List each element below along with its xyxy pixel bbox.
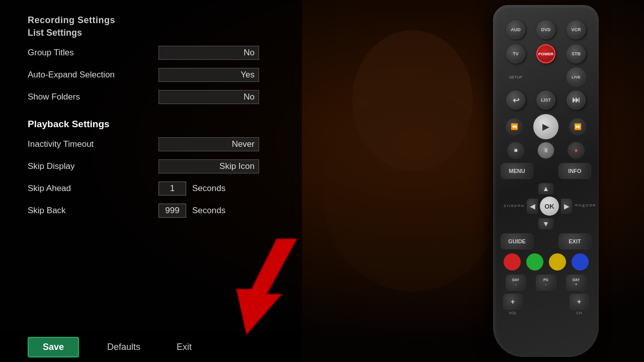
spacer-mid: [541, 294, 551, 315]
guide-button[interactable]: GUIDE: [501, 233, 533, 249]
nav-lr-ok: ◀ OK ▶: [527, 197, 572, 216]
menu-button[interactable]: MENU: [501, 163, 533, 179]
vol-plus-button[interactable]: +: [503, 294, 522, 310]
ch-label: CH: [576, 311, 582, 315]
skip-display-label: Skip Display: [28, 161, 158, 171]
live-button[interactable]: LIVE: [567, 67, 586, 86]
day-minus-button[interactable]: DAY-: [506, 275, 526, 291]
info-button[interactable]: INFO: [558, 163, 591, 179]
recording-settings-header: Recording Settings: [28, 15, 287, 26]
green-button[interactable]: [526, 253, 543, 270]
skip-display-row: Skip Display Skip Icon: [28, 157, 287, 176]
nav-down-button[interactable]: ▼: [538, 218, 553, 229]
inactivity-timeout-row: Inactivity Timeout Never: [28, 135, 287, 154]
vol-group: + VOL: [503, 294, 522, 315]
skip-back-row: Skip Back Seconds: [28, 201, 287, 220]
vcr-button[interactable]: VCR: [567, 20, 586, 39]
pg-minus-button[interactable]: PG-: [536, 275, 556, 291]
browse-label: BROWSE: [572, 202, 598, 211]
search-label: SEARCH: [501, 202, 527, 210]
aud-button[interactable]: AUD: [506, 20, 525, 39]
list-settings-header: List Settings: [28, 28, 287, 38]
transport-row2: ■ ⏸ ●: [501, 142, 591, 159]
auto-expand-row: Auto-Expand Selection Yes: [28, 65, 287, 84]
defaults-button[interactable]: Defaults: [99, 338, 148, 356]
ok-button[interactable]: OK: [540, 197, 559, 216]
record-button[interactable]: ●: [568, 142, 585, 159]
back-skip-row: ↩ LIST ⏭: [501, 90, 591, 110]
group-titles-row: Group Titles No: [28, 43, 287, 62]
skip-ahead-unit: Seconds: [192, 184, 225, 194]
skip-back-input[interactable]: [158, 204, 186, 218]
remote-control: AUD DVD VCR TV POWER STB SETUP LIVE ↩ LI…: [493, 5, 604, 357]
svg-marker-3: [236, 239, 297, 334]
save-button[interactable]: Save: [28, 337, 79, 357]
show-folders-label: Show Folders: [28, 92, 158, 102]
group-titles-label: Group Titles: [28, 48, 158, 58]
auto-expand-value[interactable]: Yes: [158, 68, 259, 82]
skip-ahead-row: Skip Ahead Seconds: [28, 179, 287, 198]
day-pg-row: DAY- PG- DAY+: [501, 275, 591, 291]
stop-button[interactable]: ■: [507, 142, 524, 159]
color-buttons-row: [501, 253, 591, 270]
nav-left-button[interactable]: ◀: [527, 199, 538, 214]
yellow-button[interactable]: [549, 253, 566, 270]
list-button[interactable]: LIST: [536, 90, 555, 110]
skip-ahead-input[interactable]: [158, 182, 186, 196]
play-button[interactable]: ▶: [533, 114, 559, 140]
skip-display-value[interactable]: Skip Icon: [158, 159, 259, 173]
remote-top-row: AUD DVD VCR: [501, 20, 591, 39]
svg-point-2: [322, 90, 503, 292]
skip-ahead-label: Skip Ahead: [28, 184, 158, 194]
nav-middle-row: SEARCH ◀ OK ▶ BROWSE: [501, 197, 591, 216]
remote-row2: TV POWER STB: [501, 44, 591, 63]
ch-plus-button[interactable]: +: [570, 294, 589, 310]
ch-group: + CH: [570, 294, 589, 315]
exit-remote-button[interactable]: EXIT: [558, 233, 591, 249]
nav-right-button[interactable]: ▶: [561, 199, 572, 214]
power-button[interactable]: POWER: [536, 44, 555, 63]
back-button[interactable]: ↩: [506, 90, 525, 110]
remote-body: AUD DVD VCR TV POWER STB SETUP LIVE ↩ LI…: [493, 5, 599, 357]
skip-forward-button[interactable]: ⏭: [567, 90, 586, 110]
day-plus-button[interactable]: DAY+: [566, 275, 586, 291]
stb-button[interactable]: STB: [567, 44, 586, 63]
menu-info-row: MENU INFO: [501, 163, 591, 179]
auto-expand-label: Auto-Expand Selection: [28, 70, 158, 80]
guide-exit-row: GUIDE EXIT: [501, 233, 591, 249]
vol-label: VOL: [509, 311, 517, 315]
inactivity-timeout-value[interactable]: Never: [158, 137, 259, 151]
blue-button[interactable]: [572, 253, 589, 270]
setup-label: SETUP: [506, 75, 525, 79]
setup-live-row: SETUP LIVE: [501, 67, 591, 86]
skip-back-label: Skip Back: [28, 206, 158, 216]
nav-up-button[interactable]: ▲: [538, 183, 553, 194]
dvd-button[interactable]: DVD: [536, 20, 555, 39]
show-folders-value[interactable]: No: [158, 90, 259, 104]
group-titles-value[interactable]: No: [158, 46, 259, 60]
tv-button[interactable]: TV: [506, 44, 525, 63]
inactivity-timeout-label: Inactivity Timeout: [28, 139, 158, 149]
fast-forward-button[interactable]: ⏩: [569, 118, 586, 135]
pause-button[interactable]: ⏸: [537, 142, 554, 159]
exit-button[interactable]: Exit: [169, 338, 200, 356]
show-folders-row: Show Folders No: [28, 87, 287, 107]
transport-row: ⏪ ▶ ⏩: [501, 114, 591, 140]
nav-down-row: ▼: [501, 218, 591, 229]
skip-back-unit: Seconds: [192, 206, 225, 216]
vol-ch-row: + VOL + CH: [501, 294, 591, 315]
playback-settings-header: Playback Settings: [28, 119, 287, 130]
nav-up-row: ▲: [501, 183, 591, 194]
bottom-bar: Save Defaults Exit: [0, 332, 302, 362]
red-arrow: [216, 234, 307, 334]
rewind-button[interactable]: ⏪: [506, 118, 523, 135]
red-button[interactable]: [504, 253, 521, 270]
